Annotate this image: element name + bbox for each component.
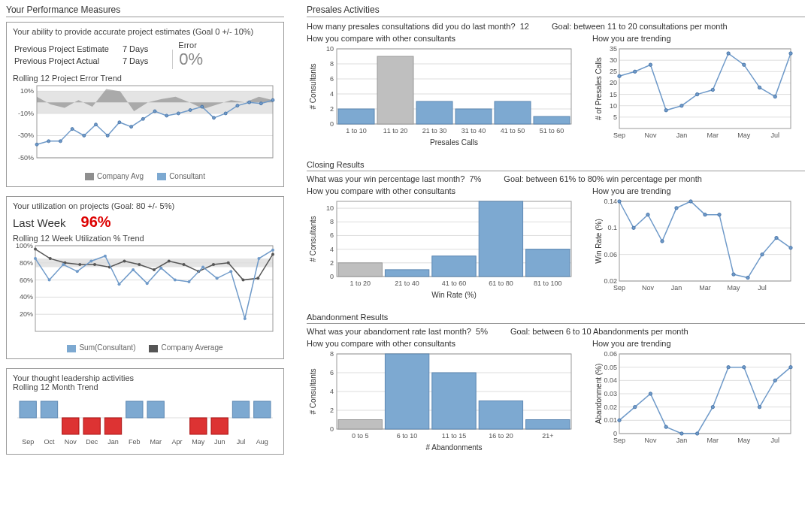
closing-goal: Goal: between 61% to 80% win percentage … (504, 174, 702, 183)
closing-answer: 7% (469, 174, 481, 183)
svg-point-11 (47, 140, 50, 143)
svg-text:51 to 60: 51 to 60 (540, 127, 564, 135)
svg-text:21 to 30: 21 to 30 (422, 127, 447, 135)
svg-point-201 (675, 207, 678, 210)
left-title: Your Performance Measures (6, 3, 284, 17)
svg-text:May: May (727, 284, 740, 292)
svg-text:Sep: Sep (613, 131, 625, 139)
svg-text:1 to 10: 1 to 10 (346, 127, 367, 135)
cmp-header: How you compare with other consultants (307, 339, 577, 348)
chart-thought: SepOctNovDecJanFebMarAprMayJunJulAug (13, 391, 276, 448)
svg-text:Jul: Jul (771, 437, 780, 444)
svg-text:Win Rate (%): Win Rate (%) (595, 219, 603, 263)
svg-point-202 (689, 200, 692, 203)
util-title: Your utilization on projects (Goal: 80 +… (13, 201, 277, 210)
svg-rect-91 (147, 401, 164, 418)
svg-text:0: 0 (330, 120, 334, 128)
estimate-title: Your ability to provide accurate project… (13, 27, 277, 36)
svg-point-63 (76, 271, 79, 274)
svg-text:30: 30 (610, 56, 617, 64)
chart-aband-trend: 00.010.020.030.040.050.06SepNovJanMarMay… (592, 349, 795, 455)
svg-point-263 (743, 365, 746, 368)
svg-text:Presales Calls: Presales Calls (430, 138, 478, 147)
svg-text:8: 8 (330, 218, 334, 225)
svg-text:0.01: 0.01 (604, 416, 617, 424)
svg-text:Mar: Mar (707, 131, 719, 139)
svg-point-144 (618, 74, 621, 77)
svg-rect-176 (338, 263, 382, 277)
chart-aband-hist: 024680 to 56 to 1011 to 1516 to 2021+# A… (307, 349, 577, 455)
svg-point-12 (59, 140, 62, 143)
svg-text:0.02: 0.02 (604, 404, 617, 411)
presales-goal: Goal: between 11 to 20 consultations per… (552, 22, 728, 31)
svg-point-56 (227, 261, 230, 264)
svg-point-262 (727, 365, 730, 368)
svg-point-266 (789, 365, 792, 368)
svg-text:Jan: Jan (676, 131, 688, 139)
svg-point-21 (165, 114, 168, 117)
svg-text:Sep: Sep (22, 438, 34, 446)
svg-text:Jan: Jan (107, 438, 119, 446)
svg-text:-10%: -10% (18, 110, 34, 117)
svg-point-209 (789, 246, 792, 249)
svg-text:-50%: -50% (18, 154, 34, 162)
legend-label: Company Avg (97, 172, 144, 180)
svg-text:2: 2 (330, 105, 334, 113)
svg-point-198 (632, 226, 635, 229)
left-column: Your Performance Measures Your ability t… (6, 3, 284, 464)
svg-point-200 (661, 240, 664, 243)
svg-text:80%: 80% (20, 259, 33, 267)
row-val: 7 Days (123, 56, 160, 66)
svg-text:Sep: Sep (613, 437, 625, 444)
legend-util: Sum(Consultant) Company Average (13, 340, 277, 352)
section-abandonment: Abandonment Results What was your abando… (307, 311, 805, 455)
chart-closing-trend: 0.020.060.10.14SepNovJanMarMayJulWin Rat… (592, 197, 795, 302)
svg-text:Feb: Feb (129, 438, 141, 446)
svg-point-152 (743, 63, 746, 66)
svg-point-23 (189, 108, 192, 111)
svg-text:-30%: -30% (18, 131, 34, 139)
svg-text:# Consultants: # Consultants (309, 216, 317, 261)
svg-text:40%: 40% (20, 294, 33, 301)
right-column: Presales Activities How many presales co… (307, 3, 805, 464)
svg-point-44 (49, 257, 52, 260)
closing-title: Closing Results (307, 159, 805, 171)
svg-point-204 (718, 213, 721, 216)
presales-answer: 12 (520, 22, 529, 31)
svg-text:10%: 10% (20, 87, 34, 95)
svg-text:31 to 40: 31 to 40 (461, 127, 486, 135)
svg-text:May: May (737, 437, 751, 444)
aband-goal: Goal: between 6 to 10 Abandonments per m… (510, 327, 688, 336)
svg-rect-228 (338, 420, 382, 430)
closing-question: What was your win percentage last month? (307, 174, 465, 183)
error-header: Error (172, 41, 203, 50)
svg-point-153 (758, 86, 761, 89)
svg-rect-119 (416, 101, 452, 124)
chart-presales-trend: 5101520253035SepNovJanMarMayJul# of Pres… (592, 44, 795, 150)
svg-text:May: May (192, 438, 205, 446)
svg-text:21 to 40: 21 to 40 (395, 280, 419, 287)
svg-text:10: 10 (326, 45, 334, 53)
svg-text:0.06: 0.06 (604, 350, 617, 358)
svg-text:Aug: Aug (256, 438, 268, 446)
svg-point-74 (229, 271, 232, 274)
svg-text:Win Rate (%): Win Rate (%) (431, 291, 476, 299)
svg-text:0: 0 (330, 425, 334, 433)
svg-rect-94 (190, 418, 207, 434)
svg-point-73 (216, 277, 219, 280)
svg-point-261 (711, 405, 714, 408)
svg-point-13 (71, 128, 74, 131)
svg-point-51 (153, 268, 156, 271)
svg-text:10: 10 (610, 102, 617, 110)
svg-point-256 (634, 405, 637, 408)
svg-point-28 (248, 101, 251, 104)
svg-point-146 (649, 63, 652, 66)
dashboard: Your Performance Measures Your ability t… (0, 0, 811, 467)
svg-rect-81 (41, 401, 57, 418)
row-val: 7 Days (123, 44, 160, 54)
svg-point-70 (174, 279, 177, 282)
svg-rect-125 (534, 116, 570, 124)
svg-point-255 (618, 419, 621, 422)
svg-point-10 (35, 143, 38, 146)
svg-text:0.1: 0.1 (607, 224, 617, 231)
